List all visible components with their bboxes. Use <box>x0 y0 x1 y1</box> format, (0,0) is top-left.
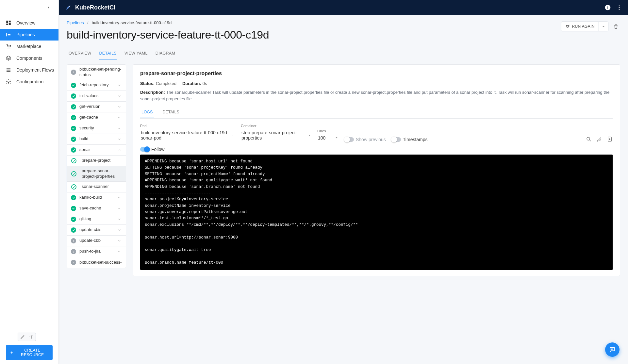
chevron-down-icon <box>117 94 122 98</box>
sidebar-item-overview[interactable]: Overview <box>0 17 58 29</box>
check-ring-icon <box>71 158 76 163</box>
rocket-icon <box>65 4 72 11</box>
task-push-to-jira[interactable]: ?push-to-jira <box>67 246 126 257</box>
sidebar-item-marketplace[interactable]: Marketplace <box>0 41 58 52</box>
download-icon[interactable] <box>607 136 613 142</box>
task-step-prepare-project[interactable]: prepare-project <box>67 156 126 166</box>
trash-icon <box>613 24 619 29</box>
svg-rect-10 <box>7 71 10 72</box>
task-update-cbb[interactable]: ?update-cbb <box>67 236 126 246</box>
clear-icon[interactable] <box>596 136 602 142</box>
task-bitbucket-set-success-[interactable]: ?bitbucket-set-success- <box>67 257 126 268</box>
task-fetch-repository[interactable]: fetch-repository <box>67 80 126 91</box>
task-label: bitbucket-set-success- <box>79 260 122 265</box>
chevron-down-icon <box>117 239 122 243</box>
sidebar-item-configuration[interactable]: Configuration <box>0 76 58 88</box>
timestamps-label: Timestamps <box>403 137 428 142</box>
sidebar-item-label: Overview <box>16 20 35 25</box>
log-console[interactable]: APPENDING because 'sonar.host.url' not f… <box>140 155 613 270</box>
settings-icon-button[interactable] <box>27 333 36 341</box>
task-init-values[interactable]: init-values <box>67 91 126 102</box>
pen-icon <box>20 335 25 339</box>
task-label: prepare-sonar-project-properties <box>82 168 122 179</box>
chevron-down-icon <box>117 83 122 87</box>
subtabs: LOGSDETAILS <box>140 107 613 119</box>
task-bitbucket-set-pending-status[interactable]: ?bitbucket-set-pending-status <box>67 65 126 80</box>
kebab-menu-icon[interactable] <box>616 5 622 10</box>
pod-select[interactable]: build-inventory-service-feature-tt-000-c… <box>140 129 235 142</box>
tab-overview[interactable]: OVERVIEW <box>69 48 91 59</box>
task-sonar[interactable]: sonar <box>67 145 126 156</box>
task-get-version[interactable]: get-version <box>67 102 126 112</box>
task-list: ?bitbucket-set-pending-statusfetch-repos… <box>67 64 126 268</box>
container-select[interactable]: step-prepare-sonar-project-properties <box>241 129 311 142</box>
sidebar-item-pipelines[interactable]: Pipelines <box>0 29 58 41</box>
tab-diagram[interactable]: DIAGRAM <box>156 48 175 59</box>
run-again-button[interactable]: RUN AGAIN <box>561 22 599 31</box>
subtab-logs[interactable]: LOGS <box>140 107 154 118</box>
svg-point-18 <box>619 9 620 10</box>
follow-label: Follow <box>151 147 164 152</box>
task-get-cache[interactable]: get-cache <box>67 112 126 123</box>
check-icon <box>71 115 76 120</box>
svg-rect-2 <box>9 23 11 25</box>
lines-label: Lines <box>317 129 339 133</box>
info-icon[interactable]: i <box>604 4 611 11</box>
task-kaniko-build[interactable]: kaniko-build <box>67 192 126 203</box>
breadcrumb-current: build-inventory-service-feature-tt-000-c… <box>91 20 172 25</box>
task-update-cbis[interactable]: update-cbis <box>67 225 126 236</box>
topbar: KubeRocketCI i <box>59 0 628 15</box>
show-previous-toggle[interactable] <box>345 137 354 142</box>
breadcrumb-root[interactable]: Pipelines <box>67 20 84 25</box>
check-icon <box>71 195 76 200</box>
chevron-down-icon <box>117 207 122 210</box>
tool-icon-button[interactable] <box>18 333 27 341</box>
task-step-sonar-scanner[interactable]: sonar-scanner <box>67 182 126 192</box>
search-icon[interactable] <box>586 136 592 142</box>
sidebar-item-deployment-flows[interactable]: Deployment Flows <box>0 64 58 76</box>
svg-text:?: ? <box>73 239 74 242</box>
chevron-down-icon <box>117 196 122 200</box>
timestamps-toggle[interactable] <box>392 137 401 142</box>
subtab-details[interactable]: DETAILS <box>161 107 181 118</box>
gear-icon <box>5 78 12 85</box>
chat-fab[interactable] <box>605 342 620 357</box>
check-icon <box>71 137 76 142</box>
task-security[interactable]: security <box>67 123 126 134</box>
svg-rect-5 <box>8 34 10 36</box>
svg-point-7 <box>9 48 10 48</box>
svg-text:?: ? <box>73 250 74 253</box>
chevron-down-icon <box>117 228 122 232</box>
tabs: OVERVIEWDETAILSVIEW YAMLDIAGRAM <box>67 48 620 60</box>
tab-details[interactable]: DETAILS <box>99 48 117 59</box>
tab-view-yaml[interactable]: VIEW YAML <box>124 48 148 59</box>
pod-label: Pod <box>140 124 235 128</box>
sidebar-collapse-button[interactable] <box>0 0 58 15</box>
check-ring-icon <box>71 184 76 190</box>
follow-toggle[interactable] <box>140 147 149 152</box>
plus-icon <box>10 350 13 355</box>
task-label: kaniko-build <box>79 195 102 200</box>
chevron-left-icon <box>47 6 51 9</box>
delete-button[interactable] <box>612 22 620 31</box>
create-resource-button[interactable]: CREATE RESOURCE <box>6 345 53 360</box>
dashboard-icon <box>5 20 12 26</box>
task-git-tag[interactable]: git-tag <box>67 214 126 225</box>
sidebar-item-components[interactable]: Components <box>0 52 58 64</box>
run-again-dropdown[interactable] <box>599 22 608 31</box>
brand[interactable]: KubeRocketCI <box>65 4 115 11</box>
task-step-prepare-sonar-project-properties[interactable]: prepare-sonar-project-properties <box>67 166 126 182</box>
svg-point-16 <box>619 5 620 6</box>
task-label: fetch-repository <box>79 82 109 88</box>
pending-icon: ? <box>71 260 76 265</box>
task-save-cache[interactable]: save-cache <box>67 203 126 214</box>
task-build[interactable]: build <box>67 134 126 145</box>
task-label: build <box>79 136 88 142</box>
lines-select[interactable]: 100 <box>317 134 339 142</box>
check-icon <box>71 93 76 99</box>
task-label: init-values <box>79 93 99 99</box>
task-label: git-tag <box>79 216 91 222</box>
check-icon <box>71 227 76 233</box>
sidebar-item-label: Configuration <box>16 79 43 84</box>
svg-rect-8 <box>7 69 10 69</box>
